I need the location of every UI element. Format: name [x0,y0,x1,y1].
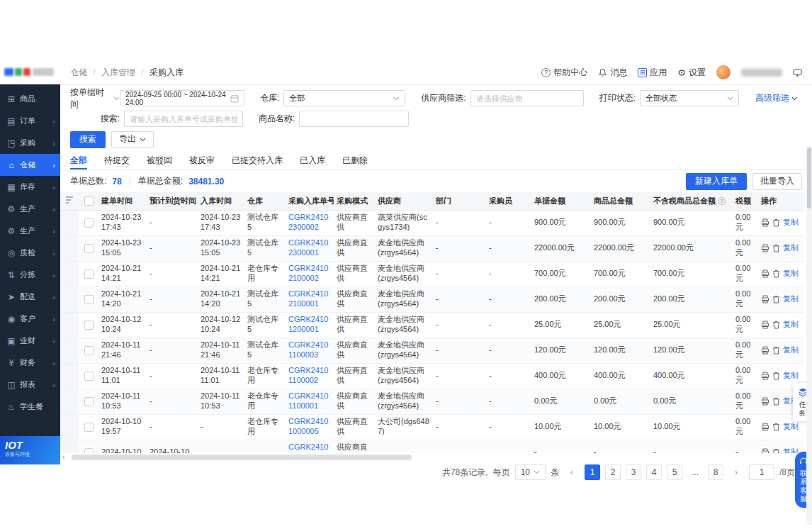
time-type-select[interactable]: 按单据时间 [70,87,120,111]
row-checkbox[interactable] [84,346,94,355]
sidebar-item-production-5[interactable]: ⚙生产› [0,198,60,220]
order-number-link[interactable]: CGRK24102300002 [288,213,328,231]
tab-6[interactable]: 已删除 [342,153,368,169]
print-icon[interactable] [761,372,769,380]
horizontal-scrollbar[interactable]: ‹ › [60,453,812,462]
print-status-select[interactable]: 全部状态 [640,90,739,106]
sidebar-item-quality-7[interactable]: ◎质检› [0,242,60,264]
delete-icon[interactable] [772,397,780,406]
order-number-link[interactable]: CGRK24101000005 [288,417,328,435]
copy-link[interactable]: 复制 [783,371,799,381]
copy-link[interactable]: 复制 [783,345,799,355]
date-range-input[interactable]: 2024-09-25 00:00 ~ 2024-10-24 24:00 [120,90,244,106]
tab-5[interactable]: 已入库 [300,153,325,169]
delete-icon[interactable] [772,423,780,431]
supplier-filter-input[interactable] [470,90,584,106]
order-number-link[interactable]: CGRK24101100003 [288,340,328,359]
row-checkbox[interactable] [84,372,94,381]
tab-4[interactable]: 已提交待入库 [232,153,283,169]
sidebar-item-bizfin-11[interactable]: ▣业财› [0,330,60,352]
column-config-icon[interactable] [60,192,79,210]
sidebar-item-order-1[interactable]: ▤订单› [0,110,60,132]
sidebar-item-sorting-8[interactable]: ⇅分拣› [0,264,60,286]
delete-icon[interactable] [772,372,780,380]
copy-link[interactable]: 复制 [783,269,799,279]
page-button[interactable]: 1 [585,464,600,480]
page-button[interactable]: 5 [667,464,682,480]
order-search-input[interactable] [124,111,243,127]
print-icon[interactable] [761,244,769,252]
avatar[interactable] [716,65,731,79]
vertical-scrollbar[interactable] [806,146,812,525]
monitor-icon[interactable] [793,69,802,77]
order-number-link[interactable]: CGRK24102100002 [288,264,328,282]
print-icon[interactable] [761,397,769,406]
delete-icon[interactable] [772,218,780,227]
apps-button[interactable]: ⊞ 应用 [638,67,667,79]
copy-link[interactable]: 复制 [783,422,799,432]
scroll-left-arrow[interactable]: ‹ [62,452,65,461]
order-number-link[interactable]: CGRK24101100001 [288,391,328,410]
row-checkbox[interactable] [84,295,94,304]
print-icon[interactable] [761,269,769,278]
order-number-link[interactable]: CGRK24101100002 [288,366,328,384]
select-all-checkbox[interactable] [84,196,94,206]
sidebar-item-report-13[interactable]: ◫报表› [0,374,60,396]
sidebar-item-warehouse-3[interactable]: ⌂仓储› [0,154,60,176]
print-icon[interactable] [761,346,769,355]
advanced-filter-link[interactable]: 高级筛选 [755,92,798,104]
order-number-link[interactable]: CGRK24102100001 [288,289,328,308]
delete-icon[interactable] [772,269,780,278]
sidebar-item-finance-12[interactable]: ¥财务› [0,352,60,374]
sidebar-item-inventory-4[interactable]: ▦库存› [0,176,60,198]
next-page-button[interactable]: › [728,464,744,480]
row-checkbox[interactable] [84,269,94,279]
print-icon[interactable] [761,218,769,227]
tab-3[interactable]: 被反审 [189,153,215,169]
sidebar-item-customer-10[interactable]: ◉客户› [0,308,60,330]
delete-icon[interactable] [772,244,780,252]
settings-button[interactable]: ⚙ 设置 [677,67,706,79]
sidebar-item-grid-0[interactable]: ⊞商品 [0,88,60,110]
copy-link[interactable]: 复制 [783,243,799,253]
row-checkbox[interactable] [84,397,94,406]
row-checkbox[interactable] [84,448,94,453]
product-name-input[interactable] [299,111,409,127]
tab-0[interactable]: 全部 [70,153,87,169]
row-checkbox[interactable] [84,218,94,228]
print-icon[interactable] [761,295,769,304]
warehouse-select[interactable]: 全部 [283,90,405,106]
breadcrumb-item[interactable]: 入库管理 [101,67,135,77]
prev-page-button[interactable]: ‹ [564,464,580,480]
row-checkbox[interactable] [84,244,94,253]
scrollbar-thumb[interactable] [807,147,811,208]
order-number-link[interactable]: CGRK24101200001 [288,315,328,333]
messages-button[interactable]: 消息 [598,67,627,79]
copy-link[interactable]: 复制 [783,218,799,228]
row-checkbox[interactable] [84,321,94,330]
page-button[interactable]: 4 [646,464,662,480]
print-icon[interactable] [761,448,769,453]
sidebar-item-delivery-9[interactable]: ➤配送› [0,286,60,308]
per-page-select[interactable]: 10 [515,464,546,480]
scrollbar-thumb[interactable] [72,455,412,460]
print-icon[interactable] [761,423,769,431]
delete-icon[interactable] [772,295,780,304]
page-button[interactable]: 3 [626,464,641,480]
breadcrumb-item[interactable]: 仓储 [70,67,87,77]
batch-import-button[interactable]: 批量导入 [752,173,802,190]
sidebar-item-meal-14[interactable]: ♨学生餐 [0,396,60,418]
tab-1[interactable]: 待提交 [104,153,130,169]
delete-icon[interactable] [772,321,780,329]
sidebar-item-production-6[interactable]: ⚙生产› [0,220,60,242]
iot-panel[interactable]: IOT 设备与环境 [0,436,60,464]
row-checkbox[interactable] [84,423,94,432]
help-center-button[interactable]: ? 帮助中心 [541,67,587,79]
order-number-link[interactable]: CGRK24102300001 [288,238,328,257]
app-logo[interactable] [0,60,60,84]
export-button[interactable]: 导出 [111,131,154,148]
page-jump-input[interactable] [749,464,774,480]
search-button[interactable]: 搜索 [70,131,106,148]
page-button[interactable]: 8 [708,464,723,480]
tab-2[interactable]: 被驳回 [147,153,172,169]
